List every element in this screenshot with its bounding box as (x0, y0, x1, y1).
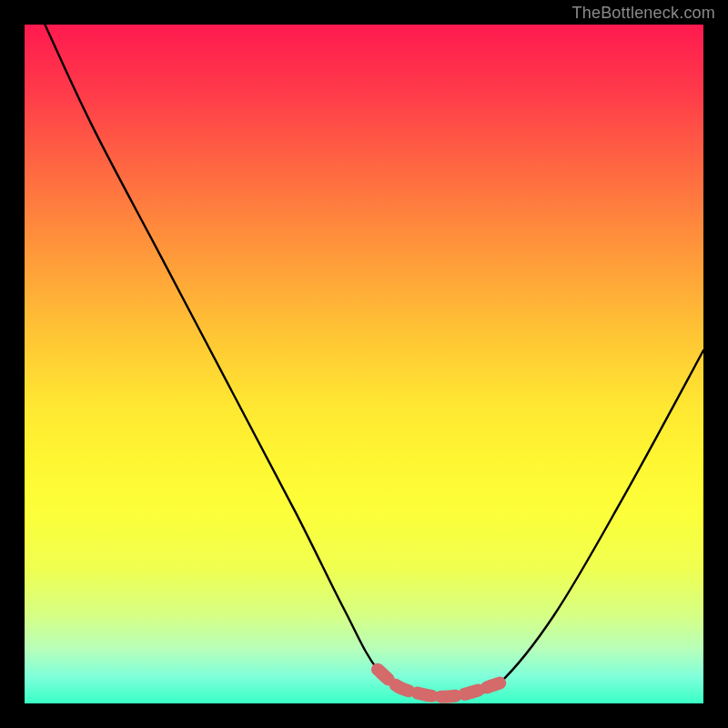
bottleneck-curve (45, 25, 703, 697)
optimal-range-highlight (378, 670, 500, 697)
plot-area (25, 25, 703, 703)
chart-frame: TheBottleneck.com (0, 0, 728, 728)
attribution-label: TheBottleneck.com (572, 4, 715, 23)
curve-layer (25, 25, 703, 703)
